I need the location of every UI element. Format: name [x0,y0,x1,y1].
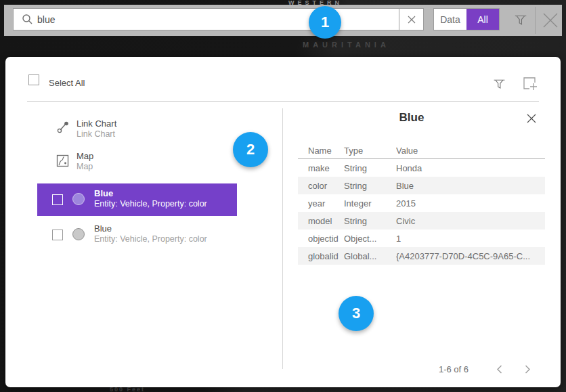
close-icon [542,12,559,29]
search-box [13,8,424,30]
add-selection-icon [522,75,540,91]
select-all-label: Select All [49,78,85,88]
result-row-link-chart[interactable]: Link Chart Link Chart [37,116,237,144]
scope-option-all[interactable]: All [466,9,499,30]
detail-title: Blue [297,111,527,125]
cell-name: objectid [298,234,344,244]
select-all-checkbox[interactable] [28,74,39,85]
cell-type: String [344,163,396,173]
cell-name: model [298,216,344,226]
search-scope-toggle: Data All [433,8,500,30]
entity-circle-icon [72,228,85,240]
cell-type: Global... [344,251,396,261]
table-row: model String Civic [298,212,545,230]
clear-search-button[interactable] [399,9,423,30]
result-subtitle: Link Chart [77,129,115,139]
result-title: Link Chart [77,118,116,129]
search-icon [14,14,33,25]
cell-name: year [298,198,344,209]
close-detail-button[interactable] [524,111,539,126]
search-input[interactable] [33,14,399,25]
cell-type: String [344,181,396,191]
search-results-panel: Select All Link Chart Link Chart [5,57,561,387]
panel-divider [27,101,539,102]
map-label-mauritania: MAURITANIA [303,41,390,49]
callout-badge-3: 3 [339,296,374,331]
pagination-label: 1-6 of 6 [420,364,487,374]
toolbar-divider [535,7,536,34]
chevron-left-icon [496,365,502,374]
column-header: Type [344,146,396,156]
entity-circle-icon [72,193,85,205]
search-toolbar: Data All [4,5,562,36]
result-row-blue[interactable]: Blue Entity: Vehicle, Property: color [37,219,237,251]
cell-value: 1 [396,234,545,244]
filter-button[interactable] [510,9,531,30]
attributes-table: Name Type Value make String Honda color … [298,142,545,265]
close-search-button[interactable] [540,9,561,31]
table-row: objectid Object... 1 [298,230,545,247]
result-row-blue-selected[interactable]: Blue Entity: Vehicle, Property: color [37,183,237,216]
filter-icon [513,12,528,27]
result-subtitle: Map [77,162,93,172]
result-subtitle: Entity: Vehicle, Property: color [94,199,207,209]
map-icon [56,154,69,167]
filter-icon [492,77,506,91]
cell-value: Blue [396,181,545,191]
close-icon [526,113,537,124]
results-filter-button[interactable] [489,73,509,93]
cell-name: globalid [298,251,344,261]
result-title: Blue [94,188,113,198]
chevron-right-icon [525,365,531,374]
add-to-selection-button[interactable] [520,73,542,93]
table-row: globalid Global... {A4203777-D70D-4C5C-9… [298,247,545,265]
result-subtitle: Entity: Vehicle, Property: color [94,234,207,244]
cell-type: String [344,216,396,226]
close-icon [408,16,416,24]
result-title: Map [77,151,93,161]
table-header-row: Name Type Value [298,142,545,158]
previous-page-button[interactable] [493,363,505,375]
table-row: year Integer 2015 [298,194,545,212]
callout-badge-2: 2 [233,132,268,167]
result-checkbox[interactable] [52,194,63,205]
table-row: color String Blue [298,177,545,194]
column-header: Name [298,146,344,156]
cell-value: 2015 [396,198,545,209]
result-title: Blue [94,223,112,234]
column-header: Value [396,146,545,156]
result-checkbox[interactable] [52,230,63,240]
cell-value: Honda [396,163,545,173]
cell-value: {A4203777-D70D-4C5C-9A65-C... [396,251,545,261]
link-chart-icon [56,121,70,134]
cell-value: Civic [396,216,545,226]
cell-name: color [298,181,344,191]
result-row-map[interactable]: Map Map [37,149,237,176]
next-page-button[interactable] [521,363,534,375]
scope-option-data[interactable]: Data [434,9,466,30]
callout-badge-1: 1 [309,6,341,39]
cell-type: Object... [344,234,396,244]
table-row: make String Honda [298,159,545,177]
app-window: WESTERN MAURITANIA 500 Feet Data All [0,0,566,392]
panel-vertical-divider [282,108,283,369]
cell-name: make [298,163,344,173]
cell-type: Integer [344,198,396,209]
